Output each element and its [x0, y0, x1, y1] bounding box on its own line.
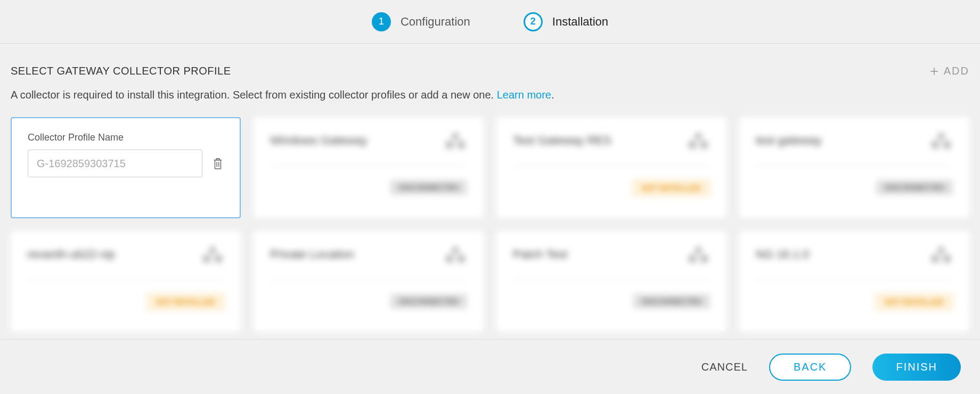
svg-point-10 [931, 141, 940, 149]
status-badge: NOT INSTALLED [147, 294, 224, 310]
profile-card[interactable]: test gateway DISCONNECTED [739, 117, 969, 218]
nodes-icon [687, 132, 710, 150]
step-installation[interactable]: 2 Installation [524, 12, 608, 31]
main-scroll-region[interactable]: SELECT GATEWAY COLLECTOR PROFILE ADD A c… [0, 44, 980, 339]
step-configuration[interactable]: 1 Configuration [372, 12, 470, 31]
status-badge: DISCONNECTED [390, 180, 467, 195]
profile-card-title: NG 16.1.0 [756, 248, 809, 261]
nodes-icon [444, 132, 467, 150]
profile-card[interactable]: Test Gateway RES NOT INSTALLED [496, 117, 726, 218]
status-badge: NOT INSTALLED [633, 180, 710, 196]
step-number-2: 2 [524, 12, 543, 31]
svg-point-20 [700, 255, 708, 263]
svg-point-15 [209, 247, 216, 254]
step-label-installation: Installation [552, 15, 608, 29]
wizard-footer: CANCEL BACK FINISH [0, 339, 980, 394]
profile-card[interactable]: NG 16.1.0 NOT INSTALLED [739, 231, 969, 332]
profile-card[interactable]: Patch Test DISCONNECTED [496, 231, 726, 332]
status-badge: DISCONNECTED [390, 294, 467, 309]
section-title: SELECT GATEWAY COLLECTOR PROFILE [11, 65, 231, 77]
profile-card[interactable]: revanth-ub22-vip NOT INSTALLED [11, 231, 241, 332]
svg-point-13 [202, 255, 211, 263]
cancel-button[interactable]: CANCEL [701, 361, 748, 373]
profile-card-title: revanth-ub22-vip [27, 248, 115, 261]
plus-icon [929, 66, 940, 77]
profile-card[interactable]: Private Location DISCONNECTED [254, 231, 484, 332]
status-badge: DISCONNECTED [876, 180, 953, 195]
svg-point-16 [445, 255, 454, 263]
wizard-stepper: 1 Configuration 2 Installation [0, 0, 980, 44]
svg-point-11 [943, 141, 951, 149]
nodes-icon [444, 245, 467, 264]
nodes-icon [929, 245, 953, 264]
svg-point-9 [695, 133, 702, 140]
svg-point-21 [695, 247, 702, 254]
step-label-configuration: Configuration [401, 15, 470, 29]
profile-name-label: Collector Profile Name [28, 132, 224, 143]
svg-point-17 [457, 255, 466, 263]
section-description: A collector is required to install this … [11, 89, 969, 101]
profile-card[interactable]: Windows Gateway DISCONNECTED [254, 117, 484, 218]
profile-card-title: Patch Test [513, 248, 567, 261]
profile-card-title: test gateway [756, 134, 822, 147]
svg-point-6 [452, 133, 459, 140]
learn-more-link[interactable]: Learn more [497, 89, 551, 101]
svg-point-14 [214, 255, 223, 263]
svg-point-19 [688, 255, 697, 263]
back-button[interactable]: BACK [769, 354, 851, 381]
status-badge: DISCONNECTED [633, 294, 710, 309]
svg-point-18 [452, 247, 459, 254]
svg-point-23 [943, 255, 951, 263]
svg-point-5 [457, 141, 466, 149]
svg-point-24 [937, 247, 945, 254]
nodes-icon [201, 245, 224, 264]
profile-card-title: Private Location [270, 248, 354, 261]
add-label: ADD [944, 65, 969, 77]
step-number-1: 1 [372, 12, 391, 31]
svg-point-4 [445, 141, 454, 149]
new-profile-card[interactable]: Collector Profile Name [11, 117, 241, 218]
nodes-icon [687, 245, 710, 264]
svg-point-8 [700, 141, 708, 149]
profile-card-title: Windows Gateway [270, 134, 367, 147]
svg-point-22 [931, 255, 940, 263]
status-badge: NOT INSTALLED [876, 294, 953, 310]
nodes-icon [929, 132, 953, 150]
svg-point-12 [937, 133, 945, 140]
trash-icon[interactable] [212, 157, 224, 170]
profile-grid: Collector Profile Name Windows Gateway D… [11, 117, 969, 332]
profile-card-title: Test Gateway RES [513, 134, 611, 147]
add-profile-button[interactable]: ADD [929, 65, 969, 77]
finish-button[interactable]: FINISH [872, 354, 961, 381]
profile-name-input[interactable] [28, 150, 202, 177]
svg-point-7 [688, 141, 697, 149]
